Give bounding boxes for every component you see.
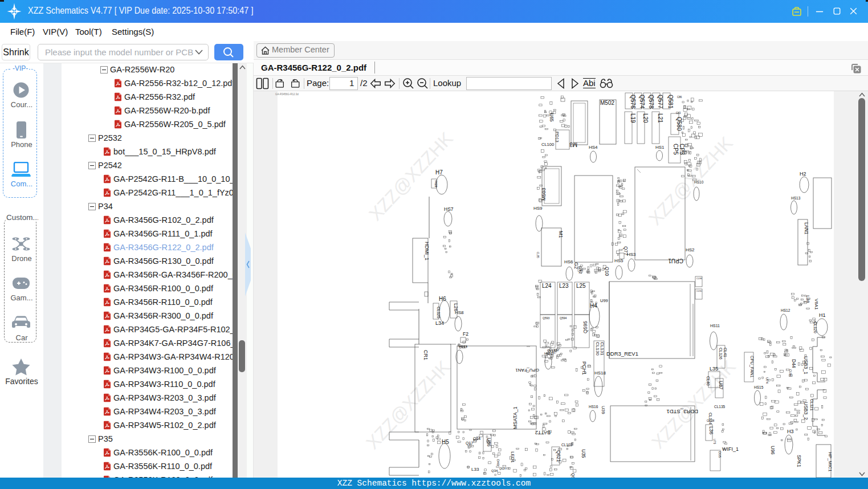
- svg-text:CP5: CP5: [673, 144, 679, 155]
- svg-text:HS6: HS6: [564, 259, 573, 264]
- svg-text:C83: C83: [676, 112, 681, 115]
- svg-text:U87: U87: [718, 381, 724, 390]
- svg-text:XZZ@XZZHK: XZZ@XZZHK: [647, 356, 739, 453]
- svg-text:CL121: CL121: [810, 399, 814, 411]
- svg-text:CPU1: CPU1: [668, 258, 683, 264]
- svg-text:CL90: CL90: [696, 290, 702, 292]
- svg-text:HS16: HS16: [589, 405, 598, 409]
- svg-text:HP_MIC1: HP_MIC1: [828, 452, 833, 472]
- svg-text:PD13: PD13: [555, 132, 560, 142]
- svg-text:Q580: Q580: [676, 117, 682, 131]
- svg-text:DDR3_REV1: DDR3_REV1: [606, 351, 638, 357]
- svg-text:D35: D35: [718, 451, 722, 458]
- svg-text:HS15: HS15: [754, 385, 764, 389]
- svg-text:CL102: CL102: [561, 443, 573, 447]
- svg-text:CL135: CL135: [714, 405, 726, 409]
- svg-text:HS1: HS1: [655, 145, 665, 150]
- svg-text:M1: M1: [558, 231, 564, 238]
- svg-text:WIFI_1: WIFI_1: [722, 446, 739, 452]
- svg-text:L33: L33: [471, 467, 479, 472]
- svg-text:U39: U39: [601, 406, 606, 414]
- svg-text:M502: M502: [600, 100, 614, 106]
- svg-text:Y2: Y2: [578, 269, 582, 274]
- svg-text:L35: L35: [710, 366, 718, 372]
- svg-text:CPU_FAN1: CPU_FAN1: [749, 356, 755, 378]
- svg-text:U65: U65: [549, 113, 555, 122]
- svg-text:HS8: HS8: [455, 310, 464, 315]
- svg-text:CL126: CL126: [719, 348, 723, 360]
- svg-text:CL130: CL130: [595, 342, 600, 356]
- svg-text:L34: L34: [435, 320, 444, 326]
- svg-text:C86: C86: [677, 96, 682, 99]
- svg-text:HDMI_1: HDMI_1: [424, 242, 430, 260]
- svg-text:Q577: Q577: [657, 95, 663, 109]
- svg-text:USB3_1: USB3_1: [803, 356, 809, 374]
- svg-text:CL138: CL138: [707, 419, 715, 422]
- svg-text:BATT2: BATT2: [535, 430, 551, 435]
- svg-text:HS13: HS13: [791, 196, 801, 200]
- svg-text:XZZ@XZZHK: XZZ@XZZHK: [362, 357, 454, 453]
- svg-text:U35: U35: [581, 449, 586, 458]
- svg-text:Q594: Q594: [560, 316, 567, 320]
- svg-text:Q614: Q614: [499, 467, 506, 470]
- svg-text:HS7: HS7: [444, 206, 454, 212]
- svg-text:GPU_FAN1: GPU_FAN1: [515, 368, 539, 373]
- svg-text:H3: H3: [787, 429, 794, 434]
- svg-text:Q14: Q14: [473, 437, 480, 441]
- svg-text:H1: H1: [819, 312, 826, 318]
- svg-text:HS5: HS5: [614, 258, 624, 263]
- svg-text:LED1: LED1: [510, 451, 515, 463]
- svg-text:U86: U86: [486, 438, 492, 447]
- svg-text:LAN1: LAN1: [804, 222, 809, 235]
- svg-text:F628: F628: [434, 181, 438, 188]
- svg-text:CL98: CL98: [696, 277, 702, 280]
- svg-text:CL94: CL94: [789, 369, 792, 376]
- svg-text:CL40: CL40: [706, 376, 710, 386]
- svg-text:Q10: Q10: [604, 267, 610, 276]
- svg-text:U75: U75: [713, 439, 716, 444]
- svg-text:HS4: HS4: [589, 145, 598, 150]
- svg-text:H7: H7: [435, 169, 443, 176]
- svg-text:M503: M503: [541, 188, 547, 201]
- svg-text:Q34: Q34: [491, 469, 498, 472]
- svg-text:Q593: Q593: [543, 316, 549, 320]
- svg-text:F2: F2: [463, 331, 468, 337]
- svg-text:DDR3_STD1: DDR3_STD1: [667, 409, 698, 415]
- svg-text:CL41: CL41: [723, 348, 727, 357]
- svg-text:USB3_2: USB3_2: [803, 402, 809, 420]
- svg-text:HS18: HS18: [594, 370, 606, 376]
- svg-text:H2: H2: [800, 171, 806, 177]
- svg-text:CL85: CL85: [536, 252, 539, 258]
- svg-text:V6A1: V6A1: [814, 299, 819, 310]
- svg-text:Q574: Q574: [639, 95, 645, 109]
- svg-text:Q595: Q595: [582, 321, 588, 333]
- svg-text:L23: L23: [559, 283, 569, 289]
- svg-text:L19: L19: [630, 113, 636, 123]
- svg-text:GA-R3456G-R12.3d: GA-R3456G-R12.3d: [275, 93, 299, 96]
- svg-text:CL131: CL131: [600, 342, 605, 356]
- svg-text:L25: L25: [576, 283, 586, 289]
- svg-text:HS12: HS12: [781, 308, 790, 312]
- svg-text:CL125: CL125: [437, 307, 441, 319]
- svg-text:L20: L20: [642, 113, 649, 123]
- svg-text:D40: D40: [496, 459, 500, 466]
- svg-text:L24: L24: [542, 283, 552, 289]
- svg-text:MSATA_1: MSATA_1: [512, 406, 518, 429]
- svg-text:G2: G2: [573, 262, 579, 269]
- svg-text:HS11: HS11: [710, 324, 720, 328]
- svg-text:Q578: Q578: [648, 95, 654, 109]
- svg-text:Q17: Q17: [466, 441, 473, 446]
- svg-text:CR1: CR1: [423, 350, 429, 360]
- svg-text:HS14: HS14: [459, 345, 468, 348]
- svg-text:CL100: CL100: [541, 142, 554, 147]
- svg-text:XZZ@XZZHK: XZZ@XZZHK: [365, 128, 457, 225]
- svg-text:L36: L36: [708, 426, 714, 434]
- svg-text:Q576: Q576: [630, 95, 636, 109]
- svg-text:HS2: HS2: [686, 247, 695, 252]
- svg-text:U74: U74: [765, 377, 769, 384]
- svg-text:HS10: HS10: [694, 180, 704, 184]
- svg-text:CL124: CL124: [708, 413, 712, 425]
- svg-text:D44: D44: [791, 359, 797, 368]
- svg-text:SPK1: SPK1: [796, 455, 802, 467]
- svg-text:Q617: Q617: [570, 473, 575, 478]
